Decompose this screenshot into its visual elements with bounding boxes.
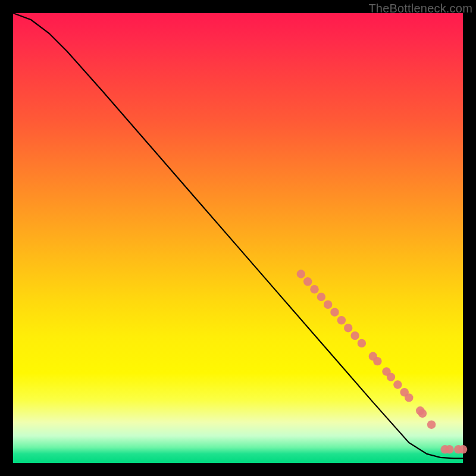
chart-point [418, 409, 427, 418]
chart-point [324, 300, 332, 309]
chart-point [344, 324, 352, 332]
chart-points [297, 270, 468, 453]
chart-point [358, 339, 366, 347]
chart-point [393, 380, 402, 389]
chart-point [445, 445, 453, 453]
watermark-text: TheBottleneck.com [368, 2, 472, 15]
chart-frame: TheBottleneck.com [0, 0, 476, 476]
chart-point [373, 357, 381, 365]
chart-point [427, 421, 436, 429]
chart-point [297, 270, 305, 278]
chart-curve [13, 13, 463, 458]
chart-point [337, 316, 346, 324]
chart-point [387, 372, 395, 381]
chart-point [350, 331, 359, 340]
chart-svg [13, 13, 463, 463]
chart-plot-area [13, 13, 463, 463]
chart-point [303, 277, 312, 286]
chart-point [317, 293, 325, 301]
chart-point [459, 445, 467, 453]
chart-point [330, 308, 339, 317]
chart-point [405, 393, 413, 402]
chart-point [310, 285, 318, 293]
